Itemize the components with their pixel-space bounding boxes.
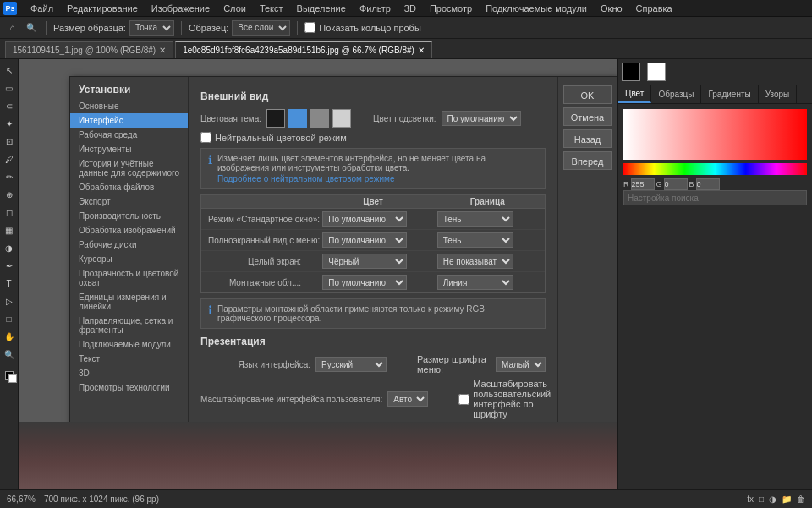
mode-standard-border-select[interactable]: Тень [437, 211, 513, 227]
ok-button[interactable]: OK [563, 85, 612, 104]
sample-select[interactable]: Все слои [232, 20, 290, 36]
menu-filter[interactable]: Фильтр [356, 3, 394, 14]
foreground-color[interactable] [622, 63, 640, 81]
sidebar-item-history[interactable]: История и учётные данные для содержимого [70, 156, 188, 180]
tab-swatches[interactable]: Образцы [651, 85, 701, 103]
clone-tool-icon[interactable]: ⊕ [2, 187, 17, 202]
sidebar-item-tools[interactable]: Инструменты [70, 142, 188, 156]
lang-select[interactable]: Русский [315, 357, 387, 372]
menu-view[interactable]: Просмотр [426, 3, 475, 14]
eyedropper-icon[interactable]: 🔍 [24, 20, 39, 36]
sidebar-item-cursors[interactable]: Курсоры [70, 252, 188, 266]
path-tool-icon[interactable]: ▷ [2, 293, 17, 309]
scale-select[interactable]: Авто [387, 391, 428, 407]
mode-montage-color-select[interactable]: По умолчанию [322, 275, 407, 290]
mode-fullscreen-color-select[interactable]: По умолчанию [322, 232, 407, 248]
back-button[interactable]: Назад [563, 129, 612, 148]
select-tool-icon[interactable]: ▭ [2, 80, 17, 96]
show-ring-control[interactable]: Показать кольцо пробы [304, 22, 421, 33]
color-gradient-picker[interactable] [623, 109, 807, 160]
gradient-tool-icon[interactable]: ▦ [2, 222, 17, 238]
fg-bg-colors[interactable] [2, 368, 17, 383]
tab-patterns[interactable]: Узоры [759, 85, 798, 103]
swatch-black[interactable] [266, 109, 285, 128]
color-r-input[interactable] [631, 178, 655, 190]
sidebar-item-interface[interactable]: Интерфейс [70, 113, 188, 128]
sidebar-item-export[interactable]: Экспорт [70, 194, 188, 209]
eyedropper-tool-icon[interactable]: 🖊 [2, 151, 17, 167]
grid-header-border: Граница [431, 195, 545, 208]
swatch-blue[interactable] [288, 109, 307, 128]
menu-select[interactable]: Выделение [294, 3, 349, 14]
color-b-input[interactable] [696, 178, 720, 190]
mode-fullscreen-border-select[interactable]: Тень [437, 232, 513, 248]
sidebar-item-workspace[interactable]: Рабочая среда [70, 128, 188, 142]
brush-tool-icon[interactable]: ✏ [2, 169, 17, 184]
sidebar-item-tech[interactable]: Просмотры технологии [70, 380, 188, 395]
highlight-color-select[interactable]: По умолчанию [442, 111, 521, 126]
sidebar-item-performance[interactable]: Производительность [70, 209, 188, 223]
sidebar-item-transparency[interactable]: Прозрачность и цветовой охват [70, 266, 188, 290]
sidebar-item-basic[interactable]: Основные [70, 99, 188, 113]
sidebar-item-guides[interactable]: Направляющие, сетка и фрагменты [70, 314, 188, 337]
text-tool-icon[interactable]: T [2, 276, 17, 291]
zoom-tool-icon[interactable]: 🔍 [2, 347, 17, 362]
sample-label: Образец: [189, 23, 228, 33]
scale-font-checkbox[interactable] [458, 394, 469, 405]
dialog-sidebar: Установки Основные Интерфейс Рабочая сре… [70, 77, 189, 447]
swatch-light[interactable] [332, 109, 351, 128]
mode-fullscreen2-border-select[interactable]: Не показывать [437, 254, 513, 269]
sidebar-item-plugins[interactable]: Подключаемые модули [70, 337, 188, 352]
forward-button[interactable]: Вперед [563, 151, 612, 170]
tab-file2[interactable]: 1e0c85d91fbf8fc6a4239a5a89d151b6.jpg @ 6… [175, 41, 432, 58]
dodge-tool-icon[interactable]: ◑ [2, 240, 17, 255]
pen-tool-icon[interactable]: ✒ [2, 258, 17, 273]
eraser-tool-icon[interactable]: ◻ [2, 205, 17, 220]
menu-help[interactable]: Справка [633, 3, 676, 14]
menu-window[interactable]: Окно [597, 3, 626, 14]
scale-font-label: Масштабировать пользовательский интерфей… [473, 379, 551, 419]
menu-layers[interactable]: Слои [220, 3, 250, 14]
magic-wand-icon[interactable]: ✦ [2, 116, 17, 131]
tab-close-icon2[interactable]: ✕ [418, 46, 425, 55]
tab-gradients[interactable]: Градиенты [701, 85, 758, 103]
home-icon[interactable]: ⌂ [5, 20, 20, 36]
mode-fullscreen2-color-select[interactable]: Чёрный [322, 254, 407, 269]
sidebar-item-units[interactable]: Единицы измерения и линейки [70, 290, 188, 314]
cancel-button[interactable]: Отмена [563, 107, 612, 126]
tab-color[interactable]: Цвет [618, 85, 651, 103]
status-icon-adj: ◑ [769, 494, 776, 504]
menu-text[interactable]: Текст [256, 3, 287, 14]
tab-close-icon[interactable]: ✕ [159, 46, 166, 55]
crop-tool-icon[interactable]: ⊡ [2, 134, 17, 149]
menu-3d[interactable]: 3D [401, 3, 420, 14]
scale-font-row[interactable]: Масштабировать пользовательский интерфей… [458, 379, 551, 419]
background-color[interactable] [647, 63, 666, 81]
sample-size-select[interactable]: Точка [129, 20, 174, 36]
swatch-gray[interactable] [310, 109, 329, 128]
sidebar-item-3d[interactable]: 3D [70, 366, 188, 380]
hand-tool-icon[interactable]: ✋ [2, 329, 17, 344]
left-toolbar: ↖ ▭ ⊂ ✦ ⊡ 🖊 ✏ ⊕ ◻ ▦ ◑ ✒ T ▷ □ ✋ 🔍 [0, 59, 19, 489]
mode-montage-border-select[interactable]: Линия [437, 275, 513, 290]
menu-file[interactable]: Файл [27, 3, 57, 14]
menu-plugins[interactable]: Подключаемые модули [482, 3, 590, 14]
search-input[interactable] [623, 190, 807, 205]
show-ring-checkbox[interactable] [304, 22, 315, 33]
sidebar-item-scratch[interactable]: Рабочие диски [70, 238, 188, 252]
sidebar-item-files[interactable]: Обработка файлов [70, 180, 188, 194]
lasso-tool-icon[interactable]: ⊂ [2, 98, 17, 113]
menu-image[interactable]: Изображение [148, 3, 213, 14]
font-size-select[interactable]: Малый [496, 357, 546, 372]
tab-file1[interactable]: 1561109415_1.jpg @ 100% (RGB/8#) ✕ [5, 41, 173, 58]
color-g-input[interactable] [664, 178, 688, 190]
move-tool-icon[interactable]: ↖ [2, 63, 17, 78]
sidebar-item-text[interactable]: Текст [70, 352, 188, 366]
menu-edit[interactable]: Редактирование [63, 3, 141, 14]
shape-tool-icon[interactable]: □ [2, 311, 17, 326]
color-hue-strip[interactable] [623, 163, 807, 175]
info-link[interactable]: Подробнее о нейтральном цветовом режиме [217, 174, 538, 183]
mode-standard-color-select[interactable]: По умолчанию [322, 211, 407, 227]
sidebar-item-image-processing[interactable]: Обработка изображений [70, 223, 188, 238]
neutral-mode-checkbox[interactable] [200, 132, 211, 143]
